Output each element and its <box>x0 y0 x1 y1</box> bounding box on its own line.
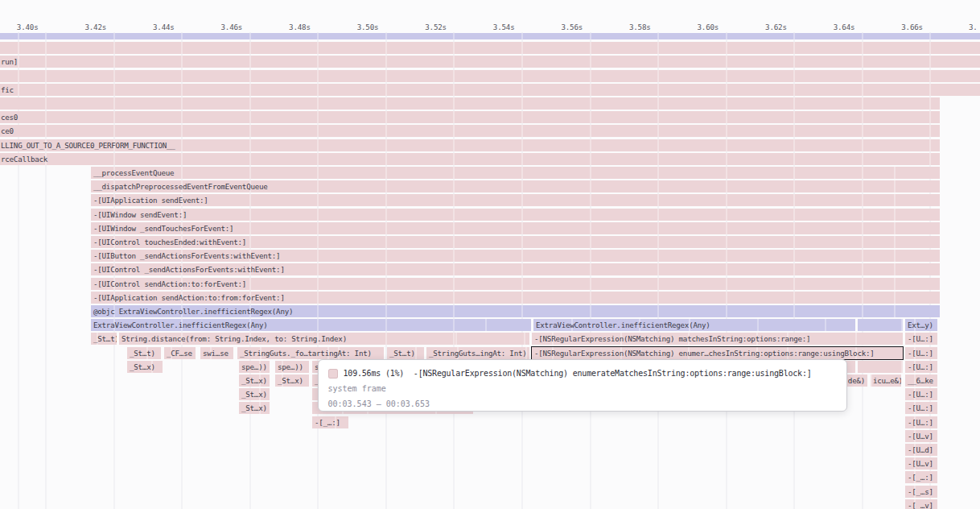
ruler-tick-label: 3.48s <box>262 23 311 31</box>
tooltip-subtitle: system frame <box>328 384 837 395</box>
flame-cell[interactable]: spe…)) <box>275 361 309 373</box>
flame-cell[interactable]: _St…x) <box>239 388 270 400</box>
ruler-tick-label: 3.52s <box>398 23 447 31</box>
frame-color-swatch-icon <box>328 369 338 379</box>
flame-cell[interactable]: _CF…se <box>164 347 196 359</box>
flame-cell[interactable]: -[UIButton _sendActionsForEvents:withEve… <box>91 250 940 262</box>
flame-cell[interactable]: icu…e&) <box>871 375 901 387</box>
flame-cell[interactable]: -[UIControl sendAction:to:forEvent:] <box>91 278 940 290</box>
flame-cell[interactable]: -[UIControl touchesEnded:withEvent:] <box>91 236 940 248</box>
flame-cell[interactable] <box>858 319 903 331</box>
flame-cell[interactable]: _St…x) <box>127 361 163 373</box>
ruler-tick-label: 3.42s <box>58 23 106 31</box>
time-ruler[interactable]: 3.40s3.42s3.44s3.46s3.48s3.50s3.52s3.54s… <box>0 20 980 32</box>
flame-cell[interactable]: -[UIWindow sendEvent:] <box>91 209 940 221</box>
ruler-tick-label: 3.54s <box>466 23 514 31</box>
ruler-tick-label: 3.44s <box>126 23 175 31</box>
flame-cell[interactable]: String.distance(from: String.Index, to: … <box>119 333 529 345</box>
ruler-tick-label: 3.64s <box>806 23 854 31</box>
flame-cell[interactable]: _StringGuts…ingAt: Int) <box>426 347 529 359</box>
flame-cell[interactable]: -[_…:] <box>312 416 348 428</box>
flame-cell[interactable]: -[U…v] <box>905 430 937 442</box>
flame-cell[interactable] <box>0 97 940 110</box>
flame-cell[interactable]: ce0 <box>0 125 940 137</box>
tooltip-time-range: 00:03.543 — 00:03.653 <box>328 399 837 411</box>
flame-cell[interactable] <box>0 70 980 82</box>
ruler-tick-label-partial: 3. <box>969 23 980 31</box>
flame-cell[interactable]: -[U…:] <box>905 402 937 414</box>
ruler-tick-label: 3.46s <box>194 23 242 31</box>
flame-cell[interactable]: -[U…:] <box>905 333 937 345</box>
flame-cell[interactable]: -[UIWindow _sendTouchesForEvent:] <box>91 222 940 234</box>
ruler-tick-label: 3.60s <box>670 23 719 31</box>
flame-cell[interactable]: spe…)) <box>239 361 270 373</box>
flame-cell[interactable]: _St…t) <box>91 333 117 345</box>
flame-cell[interactable]: __processEventQueue <box>91 167 940 179</box>
tooltip-title: 109.56ms (1%) -[NSRegularExpression(NSMa… <box>344 369 812 378</box>
flame-cell[interactable]: -[_…s] <box>905 486 937 498</box>
flame-cell[interactable]: swi…se <box>200 347 233 359</box>
ruler-tick-label: 3.62s <box>739 23 787 31</box>
flame-cell[interactable]: -[UIControl _sendActionsForEvents:withEv… <box>91 263 940 275</box>
ruler-tick-label: 3.56s <box>534 23 583 31</box>
ruler-tick-label: 3.40s <box>0 23 39 31</box>
flame-cell[interactable]: -[UIApplication sendEvent:] <box>91 194 940 206</box>
ruler-tick-label: 3.58s <box>603 23 651 31</box>
flame-cell[interactable]: Ext…y) <box>905 319 937 331</box>
flame-cell[interactable]: __6…ke <box>905 375 937 387</box>
frame-tooltip: 109.56ms (1%) -[NSRegularExpression(NSMa… <box>318 359 847 412</box>
flame-cell[interactable]: __dispatchPreprocessedEventFromEventQueu… <box>91 180 940 192</box>
flame-cell[interactable]: _StringGuts._fo…tartingAt: Int) <box>237 347 384 359</box>
flame-cell[interactable]: @objc ExtraViewController.inefficientReg… <box>91 305 940 317</box>
flame-cell[interactable]: _St…t) <box>127 347 161 359</box>
flame-cell[interactable]: ExtraViewController.inefficientRegex(Any… <box>91 319 531 331</box>
flame-cell[interactable]: _St…t) <box>387 347 424 359</box>
flame-cell[interactable]: -[_…:] <box>905 471 937 483</box>
flame-cell[interactable]: -[U…:] <box>905 347 937 359</box>
flame-cell[interactable] <box>858 361 903 373</box>
flame-cell[interactable]: -[_…v] <box>905 499 937 509</box>
flame-cell[interactable]: fic <box>0 84 980 96</box>
flame-cell[interactable] <box>0 42 980 54</box>
flame-cell[interactable]: -[UIApplication sendAction:to:from:forEv… <box>91 292 940 304</box>
flame-cell[interactable]: -[U…d] <box>905 444 937 456</box>
flame-cell[interactable]: rceCallback <box>0 153 940 165</box>
flame-cell[interactable]: _St…x) <box>239 402 270 414</box>
flame-cell[interactable]: run] <box>0 56 980 68</box>
flame-cell[interactable]: -[U…v] <box>905 457 937 470</box>
flame-cell[interactable]: -[U…:] <box>905 361 937 373</box>
flame-cell[interactable]: _St…x) <box>275 375 309 387</box>
flame-cell[interactable]: _St…x) <box>239 375 270 387</box>
flame-cell[interactable] <box>0 33 980 39</box>
flame-cell[interactable]: -[NSRegularExpression(NSMatching) matche… <box>532 333 903 345</box>
flame-cell[interactable]: -[U…:] <box>905 416 937 428</box>
flame-cell[interactable]: -[U…:] <box>905 388 937 400</box>
instruments-flame-graph-view: 3.40s3.42s3.44s3.46s3.48s3.50s3.52s3.54s… <box>0 0 980 509</box>
flame-cell-selected[interactable]: -[NSRegularExpression(NSMatching) enumer… <box>532 347 903 359</box>
flame-cell[interactable]: ces0 <box>0 111 940 123</box>
flame-cell[interactable]: LLING_OUT_TO_A_SOURCE0_PERFORM_FUNCTION_… <box>0 139 940 151</box>
ruler-tick-label: 3.50s <box>330 23 378 31</box>
ruler-tick-label: 3.66s <box>875 23 923 31</box>
flame-cell[interactable]: ExtraViewController.inefficientRegex(Any… <box>533 319 855 331</box>
